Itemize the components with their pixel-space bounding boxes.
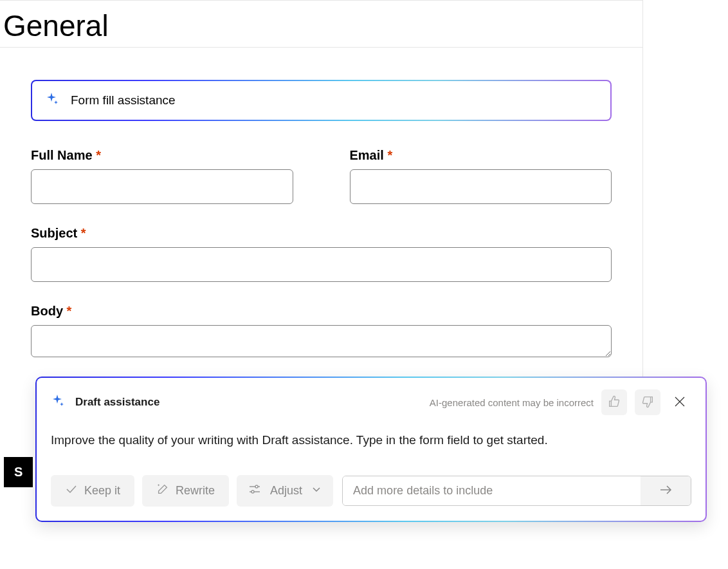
body-label: Body *	[31, 304, 612, 319]
page-title: General	[0, 1, 642, 48]
form-area: Form fill assistance Full Name * Email *	[0, 48, 642, 401]
sparkle-icon	[51, 393, 66, 411]
details-input-wrapper	[342, 476, 691, 506]
form-group-email: Email *	[350, 148, 612, 204]
page-container: General Form fill assistance Full Name *	[0, 0, 643, 401]
thumbs-up-icon	[607, 395, 621, 411]
subject-label: Subject *	[31, 226, 612, 241]
svg-point-1	[255, 485, 258, 488]
thumbs-down-button[interactable]	[635, 389, 660, 415]
close-button[interactable]	[668, 391, 691, 414]
rewrite-icon	[156, 483, 169, 499]
adjust-button[interactable]: Adjust	[237, 475, 333, 507]
form-group-fullname: Full Name *	[31, 148, 293, 204]
draft-actions: Keep it Rewrite	[51, 475, 691, 507]
subject-input[interactable]	[31, 247, 612, 282]
keep-it-button[interactable]: Keep it	[51, 475, 134, 507]
check-icon	[65, 483, 78, 499]
banner-text: Form fill assistance	[71, 93, 176, 107]
submit-button-partial[interactable]: S	[4, 457, 33, 487]
ai-disclaimer: AI-generated content may be incorrect	[430, 397, 594, 408]
draft-description: Improve the quality of your writing with…	[51, 432, 691, 449]
thumbs-down-icon	[641, 395, 655, 411]
sparkle-icon	[45, 91, 60, 109]
form-group-subject: Subject *	[31, 226, 612, 282]
send-button[interactable]	[641, 476, 691, 505]
email-input[interactable]	[350, 169, 612, 204]
fullname-label: Full Name *	[31, 148, 293, 163]
draft-header: Draft assistance AI-generated content ma…	[51, 389, 691, 415]
arrow-right-icon	[658, 482, 673, 499]
svg-point-3	[251, 490, 254, 493]
email-label: Email *	[350, 148, 612, 163]
draft-title: Draft assistance	[75, 396, 159, 409]
draft-assistance-panel: Draft assistance AI-generated content ma…	[35, 377, 707, 522]
details-input[interactable]	[343, 476, 641, 505]
close-icon	[674, 396, 686, 409]
form-fill-assistance-banner[interactable]: Form fill assistance	[31, 80, 612, 121]
chevron-down-icon	[311, 484, 322, 498]
fullname-input[interactable]	[31, 169, 293, 204]
form-row-name-email: Full Name * Email *	[31, 148, 612, 204]
body-textarea[interactable]	[31, 325, 612, 357]
rewrite-button[interactable]: Rewrite	[142, 475, 229, 507]
adjust-icon	[248, 483, 261, 499]
form-group-body: Body *	[31, 304, 612, 360]
thumbs-up-button[interactable]	[601, 389, 627, 415]
